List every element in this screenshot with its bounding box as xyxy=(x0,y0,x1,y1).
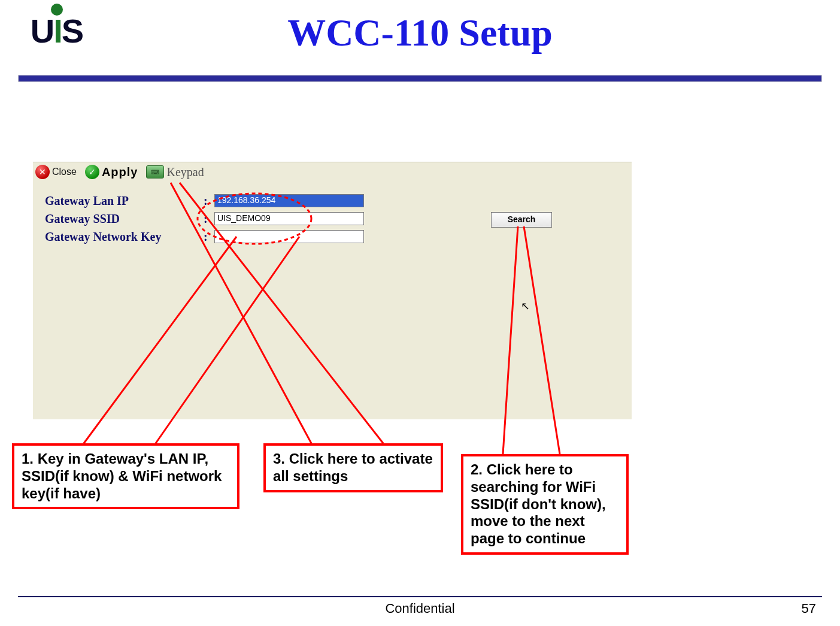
panel-toolbar: ✕ Close ✓ Apply ⌨ Keypad xyxy=(33,162,207,182)
callout-step-2: 2. Click here to searching for WiFi SSID… xyxy=(461,454,629,555)
footer-divider xyxy=(18,596,822,597)
close-label: Close xyxy=(52,167,77,177)
mouse-cursor-icon: ↖ xyxy=(521,300,530,313)
callout-step-1: 1. Key in Gateway's LAN IP, SSID(if know… xyxy=(12,443,239,509)
apply-button[interactable]: ✓ Apply xyxy=(83,163,141,181)
close-button[interactable]: ✕ Close xyxy=(33,163,79,181)
row-network-key: Gateway Network Key : xyxy=(45,228,620,246)
input-ssid[interactable]: UIS_DEMO09 xyxy=(214,212,364,225)
colon: : xyxy=(204,194,214,208)
colon: : xyxy=(204,230,214,244)
label-lan-ip: Gateway Lan IP xyxy=(45,194,204,208)
colon: : xyxy=(204,212,214,226)
apply-label: Apply xyxy=(102,165,138,179)
slide-header: UIS WCC-110 Setup xyxy=(0,0,840,78)
confidential-marker: Confidential xyxy=(0,601,840,616)
close-icon: ✕ xyxy=(35,165,50,179)
callout-step-3: 3. Click here to activate all settings xyxy=(263,443,443,492)
input-lan-ip[interactable]: 192.168.36.254 xyxy=(214,194,364,207)
search-button[interactable]: Search xyxy=(491,212,552,228)
label-ssid: Gateway SSID xyxy=(45,212,204,226)
keyboard-icon: ⌨ xyxy=(146,165,164,179)
input-network-key[interactable] xyxy=(214,230,364,243)
keypad-button[interactable]: ⌨ Keypad xyxy=(144,163,206,181)
keypad-label: Keypad xyxy=(166,165,204,179)
label-network-key: Gateway Network Key xyxy=(45,230,204,244)
row-lan-ip: Gateway Lan IP : 192.168.36.254 xyxy=(45,192,620,210)
page-number: 57 xyxy=(802,601,816,616)
page-title: WCC-110 Setup xyxy=(0,11,840,55)
check-icon: ✓ xyxy=(85,165,99,179)
header-divider xyxy=(18,75,822,82)
slide-footer: Confidential 57 xyxy=(0,596,840,620)
